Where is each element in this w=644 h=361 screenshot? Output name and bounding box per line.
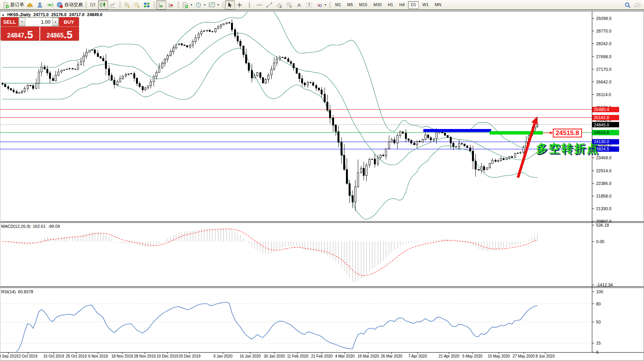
date-tick-label: 8 Jun 2020	[536, 354, 555, 358]
sell-price-pips: .5	[24, 30, 33, 40]
green-support-bar[interactable]	[490, 131, 543, 135]
date-tick-label: 25 Oct 2019	[66, 354, 87, 358]
rsi-axis-label: 100	[596, 289, 603, 294]
price-tick-label: 28242.0	[596, 41, 611, 46]
date-tick-label: 6 Nov 2019	[88, 354, 108, 358]
macd-label: MACD(12,26,9) 162.61 -99.09	[1, 224, 60, 229]
macd-axis-label: -1412.34	[596, 283, 613, 287]
price-tick-label: 22914.0	[596, 168, 611, 173]
price-badge-label: 24515.8	[594, 130, 609, 135]
date-tick-label: 21 Apr 2020	[439, 354, 459, 358]
buy-price-pips: .5	[64, 30, 72, 40]
date-tick-label: 27 May 2020	[513, 354, 535, 358]
price-badge-label: 25142.8	[594, 115, 609, 120]
volume-stepper: ▼ ▲	[18, 17, 59, 26]
price-tick-label: 22386.0	[596, 181, 611, 186]
price-tick-label: 27170.0	[596, 67, 611, 72]
ohlc-close: 24849.0	[87, 12, 102, 17]
date-tick-label: 30 Jan 2020	[264, 354, 285, 358]
date-tick-label: 9 Sep 2019	[0, 354, 18, 358]
rsi-axis-label: 80	[596, 302, 601, 306]
price-tick-label: 26114.0	[596, 92, 611, 97]
macd-name: MACD(12,26,9)	[1, 224, 30, 229]
blue-resistance-bar[interactable]	[423, 129, 491, 132]
price-tick-label: 21330.0	[596, 206, 611, 211]
buy-button[interactable]: BUY	[59, 17, 79, 26]
symbol-period-label: HK50-,Daily	[7, 12, 31, 17]
rsi-axis-label: 0	[596, 350, 598, 354]
price-tick-label: 21858.0	[596, 194, 611, 198]
buy-price[interactable]: 24865 .5	[40, 27, 79, 41]
callout-handle	[550, 132, 552, 134]
macd-axis-label: 536.18	[596, 223, 609, 227]
rsi-axis-label: 50	[596, 320, 601, 324]
price-level-callout[interactable]: 24515.8	[553, 129, 582, 137]
date-tick-label: 2 Oct 2019	[19, 354, 38, 358]
macd-signal-value: -99.09	[48, 224, 60, 229]
sell-price-main: 24847	[7, 31, 25, 40]
volume-decrease-button[interactable]: ▼	[19, 18, 25, 26]
date-tick-label: 7 Apr 2020	[408, 354, 427, 358]
rsi-name: RSI(14)	[1, 289, 16, 294]
date-tick-label: 16 Jan 2020	[239, 354, 261, 358]
date-tick-label: 15 Oct 2019	[43, 354, 64, 358]
chart-frame	[0, 11, 644, 361]
sell-price[interactable]: 24847 .5	[1, 27, 39, 41]
sell-button[interactable]: SELL	[1, 17, 18, 26]
mt4-terminal: 新订单自动交易▼▼▼EFAT▼M1M5M15M30H1H4D1W1MN 2929…	[0, 0, 644, 361]
date-tick-label: 5 May 2020	[462, 354, 483, 358]
price-tick-label: 27698.0	[596, 54, 611, 59]
date-tick-label: 4 Mar 2020	[335, 354, 355, 358]
macd-axis-label: 0.00	[596, 239, 604, 244]
rsi-label: RSI(14) 60.8378	[1, 289, 33, 294]
price-badge-label: 25480.4	[594, 107, 609, 112]
date-tick-label: 18 Nov 2019	[111, 354, 133, 358]
macd-value: 162.61	[33, 224, 46, 229]
symbol-marker-icon: ▲	[2, 13, 5, 16]
date-tick-label: 28 Nov 2019	[134, 354, 156, 358]
volume-increase-button[interactable]: ▲	[52, 18, 59, 26]
ohlc-open: 24771.0	[33, 12, 49, 17]
chart-header: ▲ HK50-,Daily 24771.0 25176.0 24717.0 24…	[2, 12, 102, 17]
price-tick-label: 29298.0	[596, 16, 611, 21]
turning-point-annotation[interactable]: 多空转折点	[536, 141, 599, 157]
one-click-trading-widget: SELL ▼ ▲ BUY 24847 .5 24865 .5	[1, 17, 79, 41]
buy-price-main: 24865	[47, 31, 64, 40]
date-tick-label: 16 Mar 2020	[357, 354, 379, 358]
date-tick-label: 11 Feb 2020	[287, 354, 308, 358]
date-tick-label: 15 May 2020	[488, 354, 510, 358]
date-tick-label: 20 Dec 2019	[179, 354, 201, 358]
date-tick-label: 21 Feb 2020	[311, 354, 333, 358]
price-badge-label: 24849.0	[594, 123, 609, 127]
rsi-value: 60.8378	[18, 289, 33, 294]
date-tick-label: 10 Dec 2019	[157, 354, 179, 358]
date-tick-label: 26 Mar 2020	[381, 354, 403, 358]
date-tick-label: 6 Jan 2020	[213, 354, 233, 358]
rsi-axis-label: 15	[596, 341, 601, 345]
chart-canvas: 29298.028770.028242.027698.027170.026642…	[0, 0, 644, 361]
ohlc-high: 25176.0	[51, 12, 67, 17]
ohlc-low: 24717.0	[69, 12, 85, 17]
price-tick-label: 28770.0	[596, 29, 611, 33]
volume-input[interactable]	[25, 18, 52, 26]
price-tick-label: 26642.0	[596, 80, 611, 84]
